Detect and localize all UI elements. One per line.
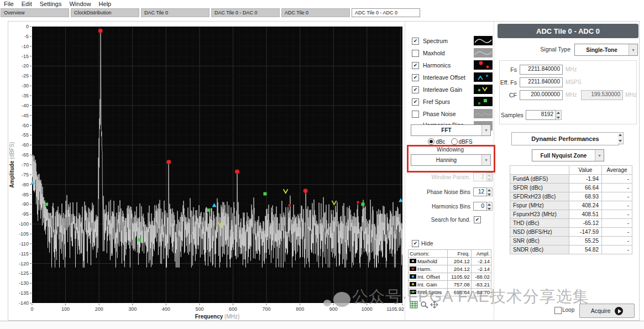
checkbox[interactable] <box>412 50 419 57</box>
samples-field[interactable]: 8192 <box>526 110 556 120</box>
svg-text:-35: -35 <box>22 93 29 98</box>
chevron-down-icon: ▾ <box>481 155 490 165</box>
svg-text:400: 400 <box>162 306 170 312</box>
cursor-legend-icon <box>410 267 416 271</box>
loop-checkbox[interactable] <box>554 307 562 314</box>
cursor-row-int-offset[interactable]: Int. Offset 1105.92 -88.02 <box>409 273 491 281</box>
menu-item-settings[interactable]: Settings <box>36 0 66 8</box>
perf-value: 55.25 <box>569 237 602 246</box>
svg-text:-140: -140 <box>19 300 29 306</box>
perf-metric: SNDR (dBc) <box>510 246 569 254</box>
menu-item-help[interactable]: Help <box>95 0 116 8</box>
tab-dac-tile-0[interactable]: DAC Tile 0 <box>141 8 210 17</box>
svg-text:-70: -70 <box>22 162 29 168</box>
checkbox[interactable] <box>412 111 419 118</box>
tab-overview[interactable]: Overview <box>1 8 69 17</box>
acquire-button[interactable]: Acquire <box>579 304 635 318</box>
play-icon <box>615 307 623 315</box>
radio-dbfs-label: dBFS <box>459 139 473 145</box>
window-param-spinner[interactable] <box>487 173 493 181</box>
cursor-freq: 757.08 <box>447 281 471 289</box>
search-for-fund-checkbox[interactable]: ✔ <box>474 216 481 223</box>
pan-tool-button[interactable] <box>430 301 439 309</box>
harmonics-bins-field[interactable]: 0 <box>473 202 487 211</box>
cursors-header-row: Cursors: Freq. Ampl. <box>409 250 491 258</box>
perf-value: -65.12 <box>569 219 602 228</box>
windowing-select[interactable]: Hanning ▾ <box>411 154 491 166</box>
svg-text:1000: 1000 <box>362 306 373 312</box>
radio-dbfs[interactable]: dBFS <box>451 138 473 145</box>
menu-item-edit[interactable]: Edit <box>18 0 36 8</box>
layer-toggle-interleave-gain[interactable]: ✔Interleave Gain <box>412 85 493 95</box>
tab-adc-tile-0[interactable]: ADC Tile 0 <box>281 8 350 17</box>
svg-text:100: 100 <box>61 306 70 312</box>
zoom-tool-button[interactable] <box>420 301 429 309</box>
harmonics-bins-spinner[interactable] <box>487 202 493 211</box>
radio-dbc[interactable]: dBc <box>428 138 445 145</box>
perf-row-funda-dbfs: FundA (dBFS) -1.94 - <box>510 175 632 184</box>
cursor-name: Int. Offset <box>409 273 448 281</box>
perf-metric: FundA (dBFS) <box>510 175 569 184</box>
svg-text:-60: -60 <box>22 142 29 148</box>
checkbox[interactable]: ✔ <box>412 86 419 93</box>
nyquist-zone-select[interactable]: Full Nyquist Zone ▾ <box>532 149 604 161</box>
eff-fs-field[interactable]: 2211.840000 <box>520 77 563 87</box>
phase-noise-bins-label: Phase Noise Bins <box>416 189 470 195</box>
cursor-name: Maxhold <box>409 258 448 265</box>
perf-row-snr-dbc: SNR (dBc) 55.25 - <box>510 237 632 246</box>
svg-text:800: 800 <box>296 306 304 312</box>
perf-metric: SNR (dBc) <box>510 237 569 246</box>
cf-field[interactable]: 200.000000 <box>520 90 563 100</box>
interleave-gain-preview-icon <box>474 85 493 94</box>
fs-field[interactable]: 2211.840000 <box>520 65 563 75</box>
samples-label: Samples <box>501 112 523 118</box>
cursor-row-harm[interactable]: Harm. 204.12 -2.14 <box>409 265 491 273</box>
svg-text:-15: -15 <box>22 54 29 59</box>
layer-toggle-fref-spurs[interactable]: ✔Fref Spurs <box>412 97 493 107</box>
window-param-field[interactable]: 2 <box>473 173 487 181</box>
phase-noise-bins-field[interactable]: 12 <box>473 187 487 196</box>
layer-label: Fref Spurs <box>423 98 450 105</box>
phase-noise-bins-spinner[interactable] <box>487 187 493 196</box>
svg-text:-135: -135 <box>19 290 29 296</box>
perf-header-blank <box>510 166 569 175</box>
adc-tile-view: 0-5-10-15-20-25-30-35-40-45-50-55-60-65-… <box>8 21 640 321</box>
checkbox[interactable]: ✔ <box>412 38 419 45</box>
layer-toggle-phase-noise[interactable]: Phase Noise <box>412 109 493 119</box>
checkbox[interactable]: ✔ <box>412 62 419 69</box>
perf-row-fspur-mhz: Fspur (MHz) 408.24 - <box>510 201 632 210</box>
spectrum-plot[interactable]: 0-5-10-15-20-25-30-35-40-45-50-55-60-65-… <box>8 22 405 320</box>
svg-text:-105: -105 <box>19 231 29 237</box>
checkbox[interactable]: ✔ <box>412 98 419 106</box>
tab-adc-tile-0-adc-0[interactable]: ADC Tile 0 - ADC 0 <box>352 8 420 17</box>
svg-text:-50: -50 <box>22 123 29 128</box>
cursor-name: Int. Gain <box>409 281 448 289</box>
signal-type-select[interactable]: Single-Tone ▾ <box>574 44 638 56</box>
grid-tool-button[interactable] <box>410 301 418 309</box>
svg-text:-65: -65 <box>22 152 29 158</box>
checkbox[interactable]: ✔ <box>412 74 419 81</box>
chevron-down-icon: ▾ <box>481 125 490 135</box>
menu-item-window[interactable]: Window <box>65 0 95 8</box>
layer-toggle-interleave-offset[interactable]: ✔Interleave Offset <box>412 72 493 82</box>
performances-selector[interactable]: Dynamic Performances <box>511 132 619 145</box>
layer-toggle-spectrum[interactable]: ✔Spectrum <box>412 36 493 46</box>
svg-text:600: 600 <box>229 306 237 312</box>
perf-metric: FspurxH23 (MHz) <box>510 210 569 219</box>
samples-spinner[interactable] <box>556 110 562 120</box>
cursor-row-int-gain[interactable]: Int. Gain 757.08 -83.21 <box>409 281 491 289</box>
hide-checkbox[interactable]: ✔ <box>412 240 419 247</box>
svg-text:0: 0 <box>26 24 29 29</box>
cursors-table: Cursors: Freq. Ampl. Maxhold 204.12 -2.1… <box>408 249 491 296</box>
cursor-row-fref-spurs[interactable]: Fref Spurs 695.64 -84.70 <box>409 289 491 296</box>
transform-select[interactable]: FFT ▾ <box>411 124 491 136</box>
spectrum-preview-icon <box>474 36 493 45</box>
layer-toggle-maxhold[interactable]: Maxhold <box>412 48 493 58</box>
layer-toggle-harmonics[interactable]: ✔Harmonics <box>412 60 493 70</box>
divider-chart-controls <box>405 22 405 320</box>
tab-clockdistribution[interactable]: ClockDistribution <box>71 8 139 17</box>
menu-item-file[interactable]: File <box>0 0 18 8</box>
performances-spinner[interactable] <box>618 132 624 144</box>
cursor-row-maxhold[interactable]: Maxhold 204.12 -2.14 <box>409 258 491 265</box>
tab-dac-tile-0-dac-0[interactable]: DAC Tile 0 - DAC 0 <box>211 8 280 17</box>
